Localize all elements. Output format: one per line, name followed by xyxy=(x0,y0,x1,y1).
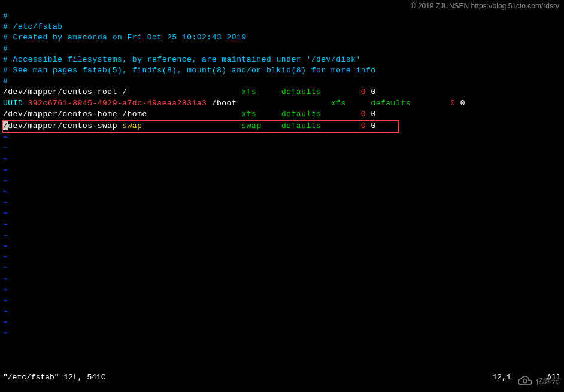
empty-line-tilde: ~ xyxy=(3,220,561,231)
empty-line-tilde: ~ xyxy=(3,307,561,318)
empty-line-tilde: ~ xyxy=(3,144,561,154)
status-cursor-position: 12,1 xyxy=(492,372,511,383)
empty-line-tilde: ~ xyxy=(3,242,561,253)
empty-line-tilde: ~ xyxy=(3,198,561,209)
empty-line-tilde: ~ xyxy=(3,177,561,187)
comment-line: # See man pages fstab(5), findfs(8), mou… xyxy=(3,65,561,76)
empty-line-tilde: ~ xyxy=(3,166,561,177)
comment-line: # Accessible filesystems, by reference, … xyxy=(3,54,561,65)
comment-line: # xyxy=(3,76,561,87)
empty-line-tilde: ~ xyxy=(3,285,561,296)
empty-line-tilde: ~ xyxy=(3,296,561,307)
fstab-entry-root: /dev/mapper/centos-root / xfs defaults 0… xyxy=(3,87,561,98)
comment-line: # /etc/fstab xyxy=(3,22,561,32)
fstab-entry-swap-highlighted: /dev/mapper/centos-swap swap swap defaul… xyxy=(2,120,399,133)
empty-line-tilde: ~ xyxy=(3,154,561,165)
empty-line-tilde: ~ xyxy=(3,133,561,144)
empty-line-tilde: ~ xyxy=(3,187,561,198)
comment-line: # xyxy=(3,44,561,54)
status-file-info: "/etc/fstab" 12L, 541C xyxy=(3,372,106,383)
logo-text: 亿速云 xyxy=(536,376,559,387)
empty-line-tilde: ~ xyxy=(3,231,561,242)
comment-line: # xyxy=(3,11,561,22)
empty-line-tilde: ~ xyxy=(3,275,561,285)
fstab-entry-boot: UUID=392c6761-8945-4929-a7dc-49aeaa2831a… xyxy=(3,98,561,109)
cloud-icon xyxy=(517,375,533,387)
provider-logo: 亿速云 xyxy=(517,375,559,387)
empty-line-tilde: ~ xyxy=(3,253,561,263)
terminal-window[interactable]: # # /etc/fstab # Created by anaconda on … xyxy=(0,0,564,392)
fstab-entry-home: /dev/mapper/centos-home /home xfs defaul… xyxy=(3,109,561,120)
svg-point-0 xyxy=(523,379,527,383)
comment-line: # Created by anaconda on Fri Oct 25 10:0… xyxy=(3,32,561,43)
empty-line-tilde: ~ xyxy=(3,209,561,220)
empty-line-tilde: ~ xyxy=(3,329,561,339)
empty-line-tilde: ~ xyxy=(3,318,561,329)
watermark-text: © 2019 ZJUNSEN https://blog.51cto.com/rd… xyxy=(411,2,559,10)
vim-status-bar: "/etc/fstab" 12L, 541C 12,1 All xyxy=(3,372,561,383)
empty-line-tilde: ~ xyxy=(3,263,561,274)
